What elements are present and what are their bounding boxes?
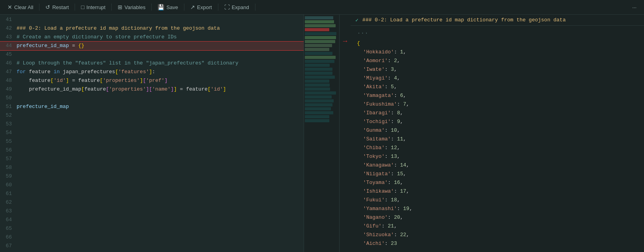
code-line: 41: [0, 15, 304, 24]
line-number: 60: [0, 181, 17, 189]
output-dict-entry: 'Shizuoka': 22,: [357, 231, 638, 239]
code-line: 66: [0, 233, 304, 242]
line-content: [17, 189, 304, 198]
line-content: [17, 94, 304, 102]
line-content: [17, 207, 304, 216]
code-line: 52: [0, 111, 304, 120]
code-line: 56: [0, 146, 304, 155]
line-number: 41: [0, 15, 17, 24]
line-content: prefecture_id_map = {}: [17, 42, 304, 50]
line-content: [17, 155, 304, 163]
line-number: 61: [0, 189, 17, 198]
line-number: 47: [0, 68, 17, 76]
output-dict-entry: 'Aichi': 23: [357, 239, 638, 248]
code-line: 64: [0, 216, 304, 224]
output-header-text: ### 0-2: Load a prefecture id map dictio…: [362, 17, 566, 23]
output-content[interactable]: ···{ 'Hokkaido': 1, 'Aomori': 2, 'Iwate'…: [351, 26, 644, 252]
line-content: [17, 242, 304, 250]
divider6: [218, 4, 218, 11]
line-number: 49: [0, 85, 17, 94]
line-number: 64: [0, 216, 17, 224]
code-line: 53: [0, 120, 304, 129]
output-dict-entry: 'Kanagawa': 14,: [357, 161, 638, 170]
line-number: 45: [0, 50, 17, 59]
code-line: 50: [0, 94, 304, 102]
output-panel: ✓ ### 0-2: Load a prefecture id map dict…: [351, 15, 644, 252]
divider4: [151, 4, 152, 11]
line-content: [17, 172, 304, 181]
output-dict-entry: 'Nagano': 20,: [357, 213, 638, 222]
line-content: # Loop through the "features" list in th…: [17, 59, 304, 68]
line-number: 55: [0, 137, 17, 146]
line-number: 48: [0, 76, 17, 85]
code-line: 47for feature in japan_prefectures['feat…: [0, 68, 304, 76]
variables-button[interactable]: ⊞ Variables: [115, 3, 148, 11]
minimap[interactable]: [304, 15, 340, 252]
line-number: 54: [0, 129, 17, 137]
output-dict-entry: 'Miyagi': 4,: [357, 74, 638, 83]
line-number: 52: [0, 111, 17, 120]
line-content: [17, 163, 304, 172]
export-button[interactable]: ↗ Export: [188, 3, 215, 11]
restart-button[interactable]: ↺ Restart: [43, 3, 71, 11]
code-line: 51prefecture_id_map: [0, 102, 304, 111]
code-line: 67: [0, 242, 304, 250]
output-dict-entry: 'Gunma': 10,: [357, 126, 638, 135]
line-number: 44: [0, 42, 17, 50]
line-content: [17, 146, 304, 155]
save-icon: 💾: [158, 4, 164, 10]
line-content: [17, 120, 304, 129]
line-number: 62: [0, 198, 17, 207]
code-line: 48 feature['id'] = feature['properties']…: [0, 76, 304, 85]
output-dict-entry: 'Gifu': 21,: [357, 222, 638, 231]
code-line: 54: [0, 129, 304, 137]
output-dict-entry: 'Akita': 5,: [357, 83, 638, 91]
line-number: 67: [0, 242, 17, 250]
line-content: [17, 198, 304, 207]
line-content: [17, 181, 304, 189]
line-content: for feature in japan_prefectures['featur…: [17, 68, 304, 76]
code-line: 46# Loop through the "features" list in …: [0, 59, 304, 68]
line-number: 63: [0, 207, 17, 216]
interrupt-button[interactable]: □ Interrupt: [78, 3, 108, 11]
output-more-button[interactable]: ···: [357, 29, 638, 38]
line-number: 56: [0, 146, 17, 155]
clear-all-button[interactable]: ✕ Clear All: [5, 3, 36, 11]
output-dict-entry: 'Iwate': 3,: [357, 65, 638, 74]
line-number: 66: [0, 233, 17, 242]
expand-button[interactable]: ⛶ Expand: [222, 3, 252, 11]
output-dict-entry: 'Tokyo': 13,: [357, 152, 638, 161]
code-line: 55: [0, 137, 304, 146]
output-dict-entry: 'Toyama': 16,: [357, 178, 638, 187]
line-number: 58: [0, 163, 17, 172]
line-content: [17, 250, 304, 252]
output-dict-entry: 'Aomori': 2,: [357, 57, 638, 65]
code-line: 44prefecture_id_map = {}: [0, 42, 304, 50]
output-open-brace: {: [357, 39, 638, 48]
line-content: prefecture_id_map[feature['properties'][…: [17, 85, 304, 94]
output-dict-entry: 'Tochigi': 9,: [357, 117, 638, 126]
save-button[interactable]: 💾 Save: [155, 3, 181, 11]
line-content: prefecture_id_map: [17, 102, 304, 111]
line-number: 57: [0, 155, 17, 163]
code-line: 45: [0, 50, 304, 59]
code-line: 49 prefecture_id_map[feature['properties…: [0, 85, 304, 94]
code-panel: 41 42### 0-2: Load a prefecture id map d…: [0, 15, 304, 252]
output-dict-entry: 'Ishikawa': 17,: [357, 187, 638, 196]
output-dict-entry: 'Chiba': 12,: [357, 144, 638, 152]
code-line: 57: [0, 155, 304, 163]
arrow-area: →: [340, 15, 351, 252]
code-line: 62: [0, 198, 304, 207]
line-number: 51: [0, 102, 17, 111]
line-content: [17, 129, 304, 137]
code-line: 58: [0, 163, 304, 172]
line-number: 68: [0, 250, 17, 252]
main-area: 41 42### 0-2: Load a prefecture id map d…: [0, 15, 644, 252]
output-dict-entry: 'Hokkaido': 1,: [357, 48, 638, 57]
export-icon: ↗: [190, 4, 195, 10]
line-number: 65: [0, 224, 17, 233]
code-lines: 41 42### 0-2: Load a prefecture id map d…: [0, 15, 304, 252]
line-content: [17, 137, 304, 146]
divider7: [255, 4, 255, 11]
more-button[interactable]: ···: [629, 3, 639, 11]
